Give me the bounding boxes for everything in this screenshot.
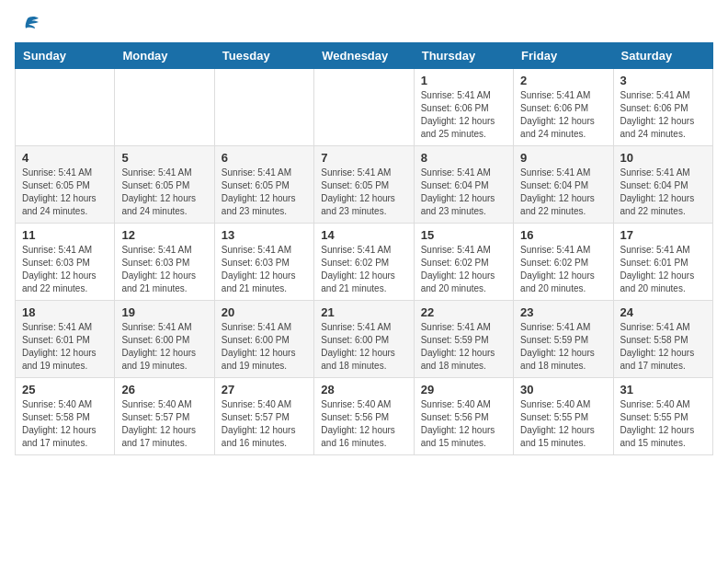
day-number: 7 — [321, 151, 406, 165]
day-number: 15 — [421, 228, 506, 242]
day-info: Sunrise: 5:41 AM Sunset: 6:01 PM Dayligh… — [620, 244, 706, 295]
day-info: Sunrise: 5:41 AM Sunset: 6:02 PM Dayligh… — [321, 244, 406, 295]
day-number: 21 — [321, 305, 406, 319]
calendar-week-row: 25Sunrise: 5:40 AM Sunset: 5:58 PM Dayli… — [16, 378, 713, 455]
day-number: 30 — [520, 383, 606, 396]
calendar-cell: 5Sunrise: 5:41 AM Sunset: 6:05 PM Daylig… — [115, 146, 214, 224]
day-number: 3 — [620, 74, 706, 87]
day-number: 27 — [222, 383, 307, 396]
calendar-cell: 31Sunrise: 5:40 AM Sunset: 5:55 PM Dayli… — [613, 378, 712, 455]
day-number: 1 — [421, 74, 506, 87]
day-info: Sunrise: 5:41 AM Sunset: 5:59 PM Dayligh… — [520, 321, 606, 373]
day-info: Sunrise: 5:41 AM Sunset: 6:01 PM Dayligh… — [22, 321, 108, 373]
day-info: Sunrise: 5:41 AM Sunset: 6:02 PM Dayligh… — [520, 244, 606, 295]
day-number: 4 — [22, 151, 108, 165]
calendar-cell: 18Sunrise: 5:41 AM Sunset: 6:01 PM Dayli… — [16, 301, 115, 378]
calendar-cell: 27Sunrise: 5:40 AM Sunset: 5:57 PM Dayli… — [214, 378, 313, 455]
day-info: Sunrise: 5:41 AM Sunset: 6:05 PM Dayligh… — [321, 167, 406, 218]
calendar-cell: 23Sunrise: 5:41 AM Sunset: 5:59 PM Dayli… — [514, 301, 613, 378]
day-info: Sunrise: 5:41 AM Sunset: 6:00 PM Dayligh… — [321, 321, 406, 373]
calendar-cell: 15Sunrise: 5:41 AM Sunset: 6:02 PM Dayli… — [414, 224, 513, 301]
calendar-cell: 29Sunrise: 5:40 AM Sunset: 5:56 PM Dayli… — [414, 378, 513, 455]
calendar-cell: 19Sunrise: 5:41 AM Sunset: 6:00 PM Dayli… — [115, 301, 214, 378]
day-info: Sunrise: 5:41 AM Sunset: 6:05 PM Dayligh… — [121, 167, 207, 218]
day-number: 2 — [520, 74, 606, 87]
calendar-header-row: SundayMondayTuesdayWednesdayThursdayFrid… — [16, 43, 713, 69]
calendar-cell: 2Sunrise: 5:41 AM Sunset: 6:06 PM Daylig… — [514, 69, 613, 146]
day-info: Sunrise: 5:41 AM Sunset: 6:03 PM Dayligh… — [121, 244, 207, 295]
day-info: Sunrise: 5:41 AM Sunset: 6:06 PM Dayligh… — [421, 89, 506, 141]
day-number: 26 — [121, 383, 207, 396]
calendar-cell: 13Sunrise: 5:41 AM Sunset: 6:03 PM Dayli… — [214, 224, 313, 301]
calendar-cell: 6Sunrise: 5:41 AM Sunset: 6:05 PM Daylig… — [214, 146, 313, 224]
col-header-wednesday: Wednesday — [314, 43, 414, 69]
calendar-cell: 11Sunrise: 5:41 AM Sunset: 6:03 PM Dayli… — [16, 224, 115, 301]
day-info: Sunrise: 5:40 AM Sunset: 5:57 PM Dayligh… — [121, 398, 207, 450]
day-info: Sunrise: 5:41 AM Sunset: 6:04 PM Dayligh… — [421, 167, 506, 218]
day-number: 14 — [321, 228, 406, 242]
col-header-tuesday: Tuesday — [214, 43, 313, 69]
calendar-cell: 20Sunrise: 5:41 AM Sunset: 6:00 PM Dayli… — [214, 301, 313, 378]
day-number: 6 — [222, 151, 307, 165]
day-info: Sunrise: 5:41 AM Sunset: 6:05 PM Dayligh… — [22, 167, 108, 218]
day-info: Sunrise: 5:41 AM Sunset: 6:06 PM Dayligh… — [620, 89, 706, 141]
day-number: 9 — [520, 151, 606, 165]
day-number: 28 — [321, 383, 406, 396]
day-number: 18 — [22, 305, 108, 319]
calendar-table: SundayMondayTuesdayWednesdayThursdayFrid… — [15, 42, 713, 455]
col-header-friday: Friday — [514, 43, 613, 69]
logo-bird-icon — [15, 15, 40, 35]
day-number: 22 — [421, 305, 506, 319]
day-info: Sunrise: 5:41 AM Sunset: 6:03 PM Dayligh… — [22, 244, 108, 295]
calendar-cell: 3Sunrise: 5:41 AM Sunset: 6:06 PM Daylig… — [613, 69, 712, 146]
day-number: 13 — [222, 228, 307, 242]
day-number: 8 — [421, 151, 506, 165]
day-info: Sunrise: 5:40 AM Sunset: 5:58 PM Dayligh… — [22, 398, 108, 450]
day-info: Sunrise: 5:41 AM Sunset: 6:03 PM Dayligh… — [222, 244, 307, 295]
col-header-sunday: Sunday — [16, 43, 115, 69]
day-info: Sunrise: 5:41 AM Sunset: 6:00 PM Dayligh… — [222, 321, 307, 373]
calendar-cell — [314, 69, 414, 146]
day-info: Sunrise: 5:41 AM Sunset: 6:04 PM Dayligh… — [620, 167, 706, 218]
day-info: Sunrise: 5:41 AM Sunset: 6:04 PM Dayligh… — [520, 167, 606, 218]
calendar-cell: 16Sunrise: 5:41 AM Sunset: 6:02 PM Dayli… — [514, 224, 613, 301]
day-info: Sunrise: 5:41 AM Sunset: 6:00 PM Dayligh… — [121, 321, 207, 373]
calendar-week-row: 4Sunrise: 5:41 AM Sunset: 6:05 PM Daylig… — [16, 146, 713, 224]
logo — [15, 15, 44, 35]
day-number: 29 — [421, 383, 506, 396]
calendar-cell: 17Sunrise: 5:41 AM Sunset: 6:01 PM Dayli… — [613, 224, 712, 301]
day-number: 24 — [620, 305, 706, 319]
day-number: 17 — [620, 228, 706, 242]
calendar-cell — [16, 69, 115, 146]
calendar-cell: 8Sunrise: 5:41 AM Sunset: 6:04 PM Daylig… — [414, 146, 513, 224]
day-info: Sunrise: 5:40 AM Sunset: 5:56 PM Dayligh… — [421, 398, 506, 450]
day-number: 10 — [620, 151, 706, 165]
day-info: Sunrise: 5:40 AM Sunset: 5:56 PM Dayligh… — [321, 398, 406, 450]
calendar-cell — [214, 69, 313, 146]
calendar-cell: 25Sunrise: 5:40 AM Sunset: 5:58 PM Dayli… — [16, 378, 115, 455]
day-info: Sunrise: 5:40 AM Sunset: 5:55 PM Dayligh… — [520, 398, 606, 450]
day-number: 5 — [121, 151, 207, 165]
calendar-cell: 7Sunrise: 5:41 AM Sunset: 6:05 PM Daylig… — [314, 146, 414, 224]
day-info: Sunrise: 5:40 AM Sunset: 5:55 PM Dayligh… — [620, 398, 706, 450]
page-header — [15, 15, 713, 35]
calendar-week-row: 1Sunrise: 5:41 AM Sunset: 6:06 PM Daylig… — [16, 69, 713, 146]
day-number: 12 — [121, 228, 207, 242]
calendar-cell: 9Sunrise: 5:41 AM Sunset: 6:04 PM Daylig… — [514, 146, 613, 224]
day-info: Sunrise: 5:41 AM Sunset: 5:58 PM Dayligh… — [620, 321, 706, 373]
calendar-cell: 21Sunrise: 5:41 AM Sunset: 6:00 PM Dayli… — [314, 301, 414, 378]
calendar-cell: 30Sunrise: 5:40 AM Sunset: 5:55 PM Dayli… — [514, 378, 613, 455]
calendar-cell — [115, 69, 214, 146]
day-info: Sunrise: 5:41 AM Sunset: 5:59 PM Dayligh… — [421, 321, 506, 373]
calendar-cell: 22Sunrise: 5:41 AM Sunset: 5:59 PM Dayli… — [414, 301, 513, 378]
calendar-cell: 4Sunrise: 5:41 AM Sunset: 6:05 PM Daylig… — [16, 146, 115, 224]
col-header-thursday: Thursday — [414, 43, 513, 69]
calendar-cell: 12Sunrise: 5:41 AM Sunset: 6:03 PM Dayli… — [115, 224, 214, 301]
calendar-cell: 10Sunrise: 5:41 AM Sunset: 6:04 PM Dayli… — [613, 146, 712, 224]
day-number: 11 — [22, 228, 108, 242]
day-number: 23 — [520, 305, 606, 319]
calendar-week-row: 18Sunrise: 5:41 AM Sunset: 6:01 PM Dayli… — [16, 301, 713, 378]
day-info: Sunrise: 5:41 AM Sunset: 6:02 PM Dayligh… — [421, 244, 506, 295]
day-number: 16 — [520, 228, 606, 242]
day-info: Sunrise: 5:40 AM Sunset: 5:57 PM Dayligh… — [222, 398, 307, 450]
